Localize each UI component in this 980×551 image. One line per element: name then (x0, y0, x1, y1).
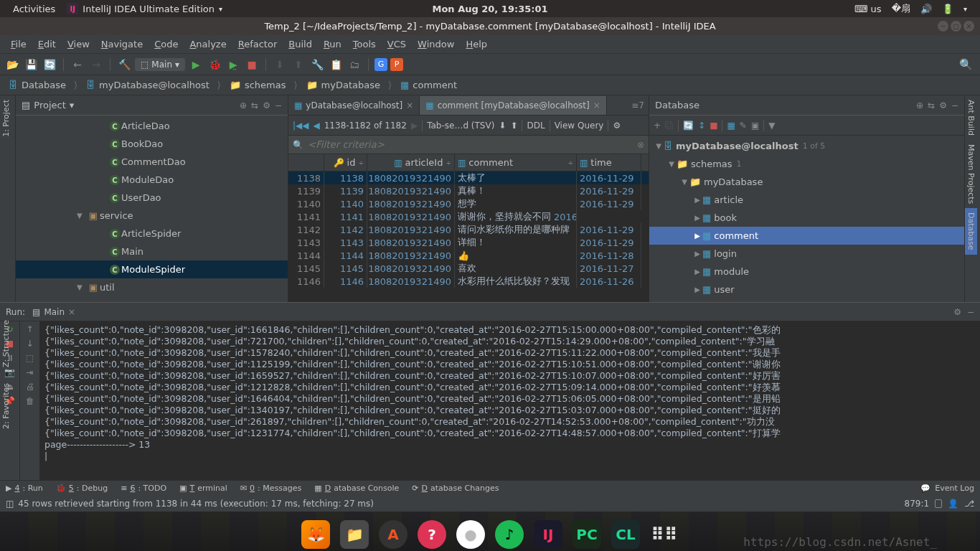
table-row[interactable]: 1143114318082019321490详细！2016-11-29 (288, 236, 649, 249)
db-tree-item[interactable]: ▶▦login (649, 245, 964, 263)
editor-tab[interactable]: ▦yDatabase@localhost]× (288, 96, 420, 115)
target-icon[interactable]: ⊕ (916, 100, 923, 110)
save-all-icon[interactable]: 💾 (23, 57, 39, 72)
table-icon[interactable]: ▦ (727, 121, 735, 131)
menu-build[interactable]: Build (283, 37, 317, 51)
g-icon[interactable]: G (374, 58, 387, 71)
bottom-tool-todo[interactable]: ≡6: TODO (121, 484, 166, 493)
tree-item[interactable]: CCommentDao (16, 153, 288, 171)
menu-view[interactable]: View (62, 37, 95, 51)
vcs-commit-icon[interactable]: ⬆ (291, 57, 306, 72)
tree-item[interactable]: CArticleSpider (16, 225, 288, 242)
run-tab[interactable]: ▤ Main × (32, 307, 75, 317)
activities-button[interactable]: Activities (13, 4, 55, 14)
clock[interactable]: Mon Aug 20, 19:35:01 (432, 4, 547, 14)
table-row[interactable]: 1145114518082019321490喜欢2016-11-27 (288, 262, 649, 275)
bottom-tool-messages[interactable]: ✉0: Messages (240, 484, 301, 493)
hide-icon[interactable]: − (967, 307, 974, 317)
gear-icon[interactable]: ⚙ (953, 307, 961, 317)
right-tool-button[interactable]: Maven Projects (965, 140, 977, 208)
clear-icon[interactable]: 🗑 (26, 396, 34, 406)
bottom-tool-debug[interactable]: 🐞5: Debug (56, 484, 108, 493)
tab-list-icon[interactable]: ≡7 (631, 100, 644, 110)
db-tree-item[interactable]: ▶▦user (649, 281, 964, 298)
battery-icon[interactable]: 🔋 (942, 4, 953, 14)
bottom-tool-databaseconsole[interactable]: ▦Database Console (314, 484, 399, 493)
left-tool-button[interactable]: 2: Favorites (0, 379, 12, 433)
db-tree-item[interactable]: ▶▦module (649, 263, 964, 281)
dock-pycharm[interactable]: PC (573, 520, 601, 549)
breadcrumb[interactable]: 🗄myDatabase@localhost (82, 80, 225, 90)
data-grid[interactable]: 🔑id÷ ▥articleId÷ ▥comment÷ ▥time 1138113… (288, 154, 649, 302)
bottom-tool-terminal[interactable]: ▣Terminal (179, 484, 227, 493)
filter-input[interactable] (308, 139, 633, 150)
up-icon[interactable]: ↑ (26, 324, 33, 334)
build-icon[interactable]: 🔨 (116, 57, 132, 72)
gear-icon[interactable]: ⚙ (939, 100, 947, 110)
lock-icon[interactable] (935, 499, 942, 508)
table-row[interactable]: 1146114618082019321490水彩用什么纸比较好？发现2016-1… (288, 275, 649, 288)
editor-tab[interactable]: ▦comment [myDatabase@localhost]× (420, 96, 607, 115)
filter-icon[interactable]: ▼ (768, 121, 775, 131)
stop-icon[interactable]: ■ (244, 57, 260, 72)
duplicate-icon[interactable]: ⿻ (665, 121, 674, 131)
menu-code[interactable]: Code (149, 37, 183, 51)
minimize-button[interactable]: − (938, 21, 948, 32)
db-tree-item[interactable]: ▶▦comment (649, 227, 964, 245)
prev-page-icon[interactable]: ◀ (314, 121, 320, 131)
menu-analyze[interactable]: Analyze (184, 37, 231, 51)
print-icon[interactable]: 🖨 (26, 382, 34, 392)
export-format[interactable]: Tab-se…d (TSV) (427, 121, 494, 131)
dock-files[interactable]: 📁 (340, 520, 369, 549)
settings-icon[interactable]: 📋 (328, 57, 344, 72)
structure-icon[interactable]: 🗂 (347, 57, 362, 72)
hector-icon[interactable]: 👤 (948, 499, 958, 509)
table-row[interactable]: 1141114118082019321490谢谢你，坚持就会不同2016-11-… (288, 210, 649, 223)
menu-edit[interactable]: Edit (33, 37, 61, 51)
dock-clion[interactable]: CL (611, 520, 640, 549)
tree-item[interactable]: ▼▣util (16, 278, 288, 296)
tree-item[interactable]: CArticleDao (16, 117, 288, 135)
menu-run[interactable]: Run (319, 37, 347, 51)
chevron-down-icon[interactable]: ▾ (963, 5, 967, 13)
search-icon[interactable]: 🔍 (959, 58, 976, 71)
run-config-select[interactable]: ⬚ Main ▾ (135, 58, 185, 71)
table-row[interactable]: 1144114418082019321490👍2016-11-28 (288, 249, 649, 262)
keyboard-indicator[interactable]: ⌨ us (854, 4, 882, 14)
menu-help[interactable]: Help (461, 37, 492, 51)
clear-filter-icon[interactable]: ⊗ (637, 140, 644, 150)
first-page-icon[interactable]: |◀◀ (293, 121, 309, 131)
menu-window[interactable]: Window (413, 37, 459, 51)
dock-help[interactable]: ? (418, 520, 446, 549)
db-tree-item[interactable]: ▼📁schemas1 (649, 155, 964, 173)
open-icon[interactable]: 📂 (4, 57, 20, 72)
db-tree-item[interactable]: ▼📁myDatabase (649, 173, 964, 191)
view-query-button[interactable]: View Query (555, 121, 604, 131)
collapse-icon[interactable]: ⇆ (251, 100, 258, 110)
coverage-icon[interactable]: ▶̤ (225, 57, 241, 72)
project-panel-title[interactable]: ▤ Project ▾ (22, 100, 74, 110)
menu-refactor[interactable]: Refactor (233, 37, 283, 51)
tree-item[interactable]: CMain (16, 242, 288, 260)
event-log-button[interactable]: Event Log (935, 484, 974, 493)
dock-chrome[interactable]: ● (456, 520, 485, 549)
menu-navigate[interactable]: Navigate (96, 37, 148, 51)
menu-tools[interactable]: Tools (348, 37, 381, 51)
tool-window-toggle-icon[interactable]: ◫ (6, 499, 14, 509)
breadcrumb[interactable]: 🗄Database (4, 80, 82, 90)
sync-icon[interactable]: ↕ (698, 121, 705, 131)
bottom-tool-databasechanges[interactable]: ⟳Database Changes (412, 484, 499, 493)
git-branch-icon[interactable]: ⎇ (964, 499, 974, 509)
db-tree-item[interactable]: ▼🗄 myDatabase@localhost1 of 5 (649, 137, 964, 155)
debug-icon[interactable]: 🐞 (207, 57, 222, 72)
tree-item[interactable]: CModuleDao (16, 171, 288, 189)
dock-software[interactable]: A (379, 520, 407, 549)
down-icon[interactable]: ↓ (26, 339, 33, 349)
left-tool-button[interactable]: Z: Structure (0, 316, 12, 372)
wifi-icon[interactable]: �扇 (892, 2, 910, 15)
dock-apps[interactable]: ⠿⠿ (650, 520, 679, 549)
tree-item[interactable]: CBookDao (16, 135, 288, 153)
add-icon[interactable]: + (654, 121, 661, 131)
table-row[interactable]: 1140114018082019321490想学2016-11-29 (288, 197, 649, 210)
edit-icon[interactable]: ✎ (740, 121, 747, 131)
